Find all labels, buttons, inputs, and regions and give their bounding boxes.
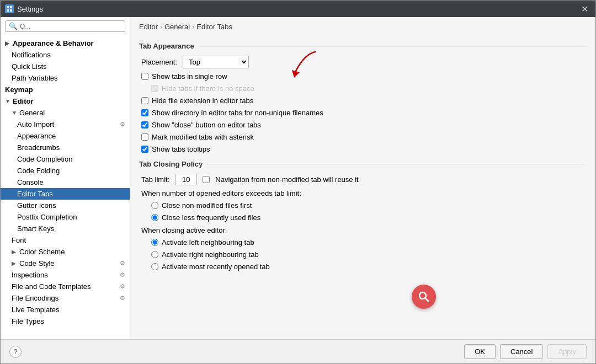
- activate-left-radio[interactable]: [151, 239, 158, 246]
- activate-left-label: Activate left neighbouring tab: [162, 238, 254, 247]
- exceed-label-row: When number of opened editors exceeds ta…: [139, 189, 587, 197]
- activate-recent-label: Activate most recently opened tab: [162, 263, 270, 271]
- sidebar-item-console[interactable]: Console: [1, 176, 130, 188]
- float-search-button[interactable]: [412, 285, 436, 309]
- settings-window: Settings ✕ 🔍 ▶ Appearance & Behavior Not…: [0, 0, 596, 364]
- navigation-checkbox[interactable]: [203, 176, 210, 183]
- sidebar-item-file-code-templates[interactable]: File and Code Templates ⚙: [1, 281, 130, 292]
- placement-row: Placement: Top Bottom Left Right None: [139, 56, 587, 68]
- inspections-icon: ⚙: [120, 271, 125, 279]
- show-tooltips-checkbox[interactable]: [141, 146, 148, 153]
- breadcrumb-editor: Editor: [139, 23, 158, 31]
- breadcrumb-general: General: [164, 23, 190, 31]
- sidebar-item-code-folding[interactable]: Code Folding: [1, 165, 130, 176]
- activate-right-label: Activate right neighbouring tab: [162, 250, 259, 259]
- activate-right-row: Activate right neighbouring tab: [139, 250, 587, 259]
- show-directory-row: Show directory in editor tabs for non-un…: [139, 109, 587, 117]
- sidebar-item-gutter-icons[interactable]: Gutter Icons: [1, 200, 130, 211]
- hide-tabs-no-space-row: Hide tabs if there is no space: [139, 84, 587, 93]
- tab-appearance-header: Tab Appearance: [139, 42, 587, 50]
- sidebar-item-code-style[interactable]: ▶ Code Style ⚙: [1, 258, 130, 269]
- cancel-button[interactable]: Cancel: [500, 344, 543, 359]
- activate-right-radio[interactable]: [151, 251, 158, 258]
- show-close-button-row: Show "close" button on editor tabs: [139, 121, 587, 129]
- sidebar-item-notifications[interactable]: Notifications: [1, 49, 130, 61]
- show-tabs-single-row-row: Show tabs in single row: [139, 72, 587, 81]
- show-tooltips-row: Show tabs tooltips: [139, 145, 587, 153]
- main-content: Tab Appearance Placement: Top Bottom Lef…: [130, 34, 595, 339]
- tab-limit-input[interactable]: 10: [175, 174, 197, 185]
- sidebar-item-editor[interactable]: ▼ Editor: [1, 95, 130, 107]
- sidebar-item-auto-import[interactable]: Auto Import ⚙: [1, 119, 130, 130]
- hide-tabs-no-space-label: Hide tabs if there is no space: [162, 84, 254, 93]
- titlebar: Settings ✕: [1, 1, 595, 17]
- placement-select[interactable]: Top Bottom Left Right None: [183, 56, 249, 68]
- expand-color-icon: ▶: [12, 249, 18, 255]
- search-box[interactable]: 🔍: [5, 20, 125, 32]
- breadcrumb-sep1: ›: [160, 23, 162, 31]
- mark-modified-label: Mark modified tabs with asterisk: [152, 133, 254, 141]
- activate-recent-row: Activate most recently opened tab: [139, 263, 587, 271]
- show-directory-label: Show directory in editor tabs for non-un…: [152, 109, 323, 117]
- sidebar-item-code-completion[interactable]: Code Completion: [1, 153, 130, 165]
- close-non-modified-radio[interactable]: [151, 202, 158, 209]
- hide-file-extension-label: Hide file extension in editor tabs: [152, 97, 253, 105]
- codestyle-sync-icon: ⚙: [120, 260, 125, 267]
- show-tabs-single-row-checkbox[interactable]: [141, 73, 148, 80]
- breadcrumb: Editor › General › Editor Tabs: [130, 17, 595, 34]
- collapse-general-icon: ▼: [12, 110, 18, 116]
- sidebar-item-editor-tabs[interactable]: Editor Tabs: [1, 188, 130, 200]
- svg-rect-0: [7, 6, 9, 8]
- sidebar-item-postfix-completion[interactable]: Postfix Completion: [1, 211, 130, 223]
- apply-button[interactable]: Apply: [547, 344, 587, 359]
- sidebar-section: ▶ Appearance & Behavior Notifications Qu…: [1, 35, 130, 329]
- sidebar-item-appearance-behavior[interactable]: ▶ Appearance & Behavior: [1, 38, 130, 49]
- show-close-button-checkbox[interactable]: [141, 121, 148, 129]
- close-non-modified-label: Close non-modified files first: [162, 201, 252, 210]
- tab-limit-label: Tab limit:: [141, 175, 169, 184]
- sidebar-item-file-types[interactable]: File Types: [1, 315, 130, 327]
- sidebar-item-appearance[interactable]: Appearance: [1, 130, 130, 142]
- sidebar-item-smart-keys[interactable]: Smart Keys: [1, 223, 130, 234]
- sync-icon: ⚙: [120, 121, 125, 128]
- hide-file-extension-row: Hide file extension in editor tabs: [139, 97, 587, 105]
- sidebar-item-live-templates[interactable]: Live Templates: [1, 304, 130, 315]
- show-tabs-single-row-label: Show tabs in single row: [152, 72, 227, 81]
- sidebar-item-quick-lists[interactable]: Quick Lists: [1, 61, 130, 72]
- svg-rect-2: [7, 9, 9, 12]
- sidebar-item-breadcrumbs[interactable]: Breadcrumbs: [1, 142, 130, 153]
- breadcrumb-editor-tabs: Editor Tabs: [196, 23, 232, 31]
- sidebar-item-font[interactable]: Font: [1, 234, 130, 246]
- hide-file-extension-checkbox[interactable]: [141, 97, 148, 104]
- sidebar-item-inspections[interactable]: Inspections ⚙: [1, 269, 130, 281]
- activate-recent-radio[interactable]: [151, 263, 158, 270]
- close-less-frequent-radio[interactable]: [151, 214, 158, 221]
- window-title: Settings: [17, 5, 578, 13]
- collapse-icon: ▶: [5, 40, 12, 46]
- collapse-editor-icon: ▼: [5, 98, 12, 104]
- sidebar-item-keymap[interactable]: Keymap: [1, 84, 130, 95]
- hide-tabs-no-space-checkbox[interactable]: [151, 85, 158, 92]
- placement-label: Placement:: [141, 58, 177, 66]
- show-directory-checkbox[interactable]: [141, 109, 148, 116]
- show-close-button-label: Show "close" button on editor tabs: [152, 121, 261, 129]
- sidebar-item-path-variables[interactable]: Path Variables: [1, 72, 130, 84]
- mark-modified-row: Mark modified tabs with asterisk: [139, 133, 587, 141]
- sidebar-item-general[interactable]: ▼ General: [1, 107, 130, 119]
- bottom-bar: ? OK Cancel Apply: [1, 339, 595, 363]
- close-less-frequent-label: Close less frequently used files: [162, 213, 260, 222]
- search-input[interactable]: [20, 23, 121, 30]
- breadcrumb-sep2: ›: [192, 23, 194, 31]
- exceed-label: When number of opened editors exceeds ta…: [141, 189, 301, 197]
- search-icon: 🔍: [9, 22, 18, 30]
- expand-codestyle-icon: ▶: [12, 260, 18, 266]
- close-non-modified-row: Close non-modified files first: [139, 201, 587, 210]
- help-button[interactable]: ?: [9, 346, 22, 358]
- mark-modified-checkbox[interactable]: [141, 133, 148, 141]
- close-button[interactable]: ✕: [578, 2, 591, 15]
- svg-rect-1: [10, 6, 12, 8]
- ok-button[interactable]: OK: [464, 344, 496, 359]
- sidebar-item-file-encodings[interactable]: File Encodings ⚙: [1, 292, 130, 304]
- closing-active-row: When closing active editor:: [139, 226, 587, 234]
- sidebar-item-color-scheme[interactable]: ▶ Color Scheme: [1, 246, 130, 258]
